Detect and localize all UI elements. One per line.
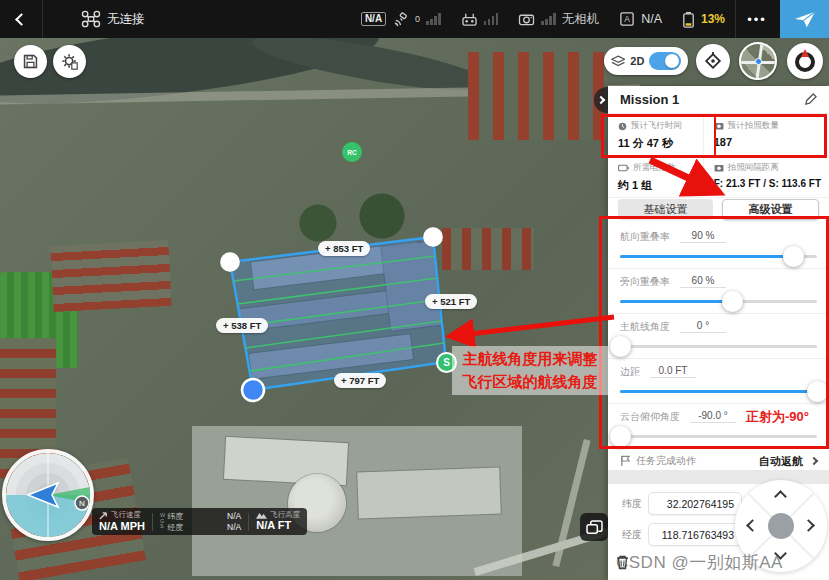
minimap-button[interactable]	[739, 42, 777, 80]
camera-signal-bars	[541, 13, 556, 25]
save-icon	[22, 53, 39, 70]
slider-knob[interactable]	[783, 246, 804, 267]
nudge-center-button[interactable]	[768, 513, 794, 539]
route-angle-value[interactable]: 0 °	[680, 320, 726, 333]
checklist-value: N/A	[641, 12, 662, 26]
flag-icon	[620, 455, 631, 467]
slider-knob[interactable]	[722, 291, 743, 312]
slider-knob[interactable]	[610, 336, 631, 357]
side-overlap-value[interactable]: 60 %	[680, 275, 726, 288]
settings-tabs: 基础设置 高级设置	[608, 196, 829, 224]
checklist-icon: A	[619, 11, 635, 27]
margin-slider[interactable]	[620, 390, 817, 393]
map-road	[552, 439, 590, 567]
compass-icon	[792, 48, 818, 74]
finish-action-row[interactable]: 任务完成动作 自动返航	[608, 452, 829, 470]
airplane-icon	[794, 9, 816, 29]
locate-icon	[703, 51, 723, 71]
app-root: + 853 FT + 521 FT + 538 FT + 797 FT RC S…	[0, 0, 829, 580]
slider-margin: 边距 0.0 FT	[608, 359, 829, 404]
telemetry-coords: WGS 纬度N/A 经度N/A	[160, 511, 241, 533]
stat-photo-interval: 拍照间隔距离 F: 21.3 FT / S: 113.6 FT	[704, 156, 829, 198]
map-buildings-red	[468, 52, 608, 140]
camera-signal[interactable]: 无相机	[508, 11, 609, 28]
finish-action-value: 自动返航	[759, 454, 803, 469]
mission-stats: 预计飞行时间 11 分 47 秒 预计拍照数量 187 所需电池数 约 1 组	[608, 114, 829, 196]
map-industrial-roof	[357, 468, 501, 519]
mission-panel: Mission 1 预计飞行时间 11 分 47 秒 预计拍照数量 187	[608, 86, 829, 580]
svg-text:A: A	[624, 14, 630, 24]
stat-flight-time: 预计飞行时间 11 分 47 秒	[608, 114, 704, 156]
drone-icon	[81, 10, 101, 28]
status-bar: 无连接 N/A 0 无相机 A N/A 13% •••	[0, 0, 829, 38]
mission-title: Mission 1	[620, 92, 679, 107]
telemetry-bar: 飞行速度 N/A MPH WGS 纬度N/A 经度N/A 飞行高度 N/A FT	[92, 508, 307, 535]
telemetry-speed: 飞行速度 N/A MPH	[99, 511, 145, 533]
latitude-label: 纬度	[614, 497, 642, 511]
edit-icon[interactable]	[804, 93, 817, 106]
gimbal-pitch-value[interactable]: -90.0 °	[690, 410, 736, 423]
map-layers-icon	[586, 520, 603, 535]
rc-signal[interactable]	[451, 12, 509, 26]
locate-button[interactable]	[696, 44, 730, 78]
layers-icon	[611, 55, 625, 68]
route-angle-slider[interactable]	[620, 345, 817, 348]
front-overlap-value[interactable]: 90 %	[680, 230, 726, 243]
connection-status: 无连接	[107, 11, 145, 28]
aircraft-connection[interactable]: 无连接	[71, 10, 155, 28]
edge-length-label: + 853 FT	[318, 241, 370, 256]
start-flight-button[interactable]	[780, 0, 829, 38]
battery-small-icon	[618, 164, 629, 172]
nudge-right-button[interactable]	[802, 519, 815, 532]
gear-icon	[61, 53, 79, 71]
slider-knob[interactable]	[807, 381, 828, 402]
advanced-settings-sliders: 航向重叠率 90 % 旁向重叠率 60 % 主航线角度 0 °	[608, 224, 829, 452]
side-overlap-slider[interactable]	[620, 300, 817, 303]
remote-controller-icon	[461, 12, 478, 26]
battery-status[interactable]: 13%	[672, 11, 735, 28]
map-building	[381, 241, 443, 331]
attitude-compass: N	[2, 449, 94, 541]
slider-side-overlap: 旁向重叠率 60 %	[608, 269, 829, 314]
photo-icon	[714, 122, 724, 130]
slider-gimbal-pitch: 云台俯仰角度 -90.0 ° 正射为-90°	[608, 404, 829, 449]
map-layers-button[interactable]	[580, 513, 608, 541]
satellite-icon	[392, 12, 409, 27]
satellite-count: 0	[415, 14, 420, 24]
nudge-left-button[interactable]	[746, 519, 759, 532]
gps-na-badge: N/A	[361, 12, 386, 26]
longitude-input[interactable]: 118.716763493	[648, 523, 742, 546]
margin-value[interactable]: 0.0 FT	[650, 365, 696, 378]
slider-knob[interactable]	[610, 426, 631, 447]
altitude-icon	[256, 511, 267, 519]
battery-icon	[682, 11, 695, 28]
front-overlap-slider[interactable]	[620, 255, 817, 258]
nudge-up-button[interactable]	[774, 490, 787, 503]
latitude-input[interactable]: 32.202764195	[648, 492, 742, 515]
route-start-marker[interactable]: S	[436, 352, 457, 373]
nudge-down-button[interactable]	[774, 547, 787, 560]
back-button[interactable]	[0, 0, 42, 38]
annotation-gimbal-note: 正射为-90°	[746, 408, 809, 426]
mission-settings-button[interactable]	[53, 45, 86, 78]
map-mode-toggle-pill[interactable]: 2D	[604, 47, 688, 75]
edge-length-label: + 521 FT	[425, 294, 477, 309]
more-menu-button[interactable]: •••	[736, 0, 778, 38]
compass-button[interactable]	[787, 43, 823, 79]
checklist-status[interactable]: A N/A	[609, 11, 672, 27]
save-mission-button[interactable]	[14, 45, 47, 78]
speed-icon	[99, 511, 108, 520]
nudge-dpad[interactable]	[735, 480, 827, 572]
tab-advanced-settings[interactable]: 高级设置	[722, 199, 819, 220]
map-buildings-red	[50, 240, 171, 312]
2d-toggle-switch[interactable]	[649, 52, 681, 70]
camera-status: 无相机	[562, 11, 600, 28]
clock-icon	[618, 122, 627, 131]
tab-basic-settings[interactable]: 基础设置	[618, 199, 713, 220]
rc-signal-bars	[484, 13, 499, 25]
gps-status[interactable]: N/A 0	[351, 12, 451, 27]
edge-length-label: + 538 FT	[216, 318, 268, 333]
more-icon: •••	[747, 12, 767, 27]
gimbal-pitch-slider[interactable]	[620, 435, 817, 438]
coordinates-section: 纬度 32.202764195 经度 118.716763493	[608, 484, 829, 580]
